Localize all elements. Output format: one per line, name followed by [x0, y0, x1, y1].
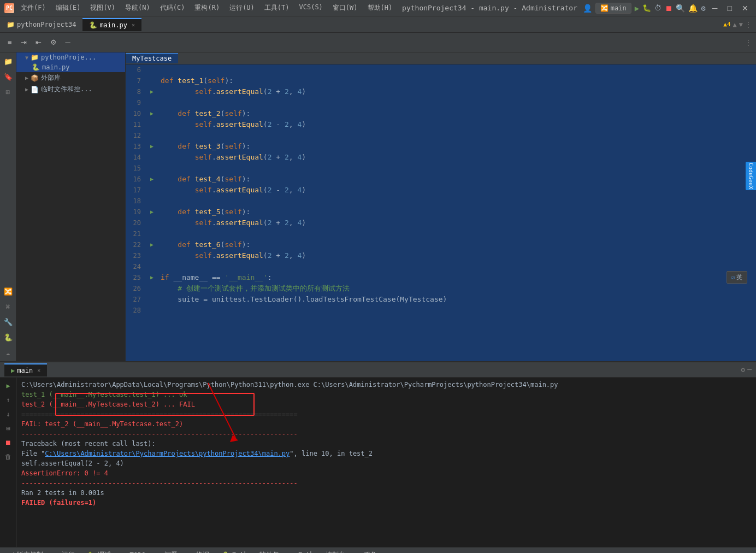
collapse-run-icon[interactable]: ─	[747, 366, 752, 374]
terminal-label: 终端	[196, 550, 209, 553]
test1-result: test_1 (__main__.MyTestcase.test_1) ... …	[21, 390, 752, 399]
code-line-26: 26 # 创建一个测试套件，并添加测试类中的所有测试方法	[126, 283, 756, 294]
cmd-line: C:\Users\Administrator\AppData\Local\Pro…	[21, 380, 752, 390]
menu-help[interactable]: 帮助(H)	[363, 2, 397, 14]
git-icon-btn[interactable]: 🔀	[2, 285, 15, 298]
menu-tools[interactable]: 工具(T)	[260, 2, 294, 14]
tool-icon-btn[interactable]: 🔧	[2, 315, 15, 328]
problems-btn[interactable]: ⚠ 问题	[155, 549, 180, 553]
code-line-16: 16 ▶ def test_4(self):	[126, 174, 756, 185]
main-py-tab[interactable]: 🐍 main.py ✕	[82, 18, 141, 31]
menu-view[interactable]: 视图(V)	[86, 2, 120, 14]
menu-window[interactable]: 窗口(W)	[328, 2, 362, 14]
dashes2: ----------------------------------------…	[21, 478, 752, 488]
menu-file[interactable]: 文件(F)	[16, 2, 50, 14]
outdent-btn[interactable]: ⇤	[32, 37, 45, 48]
branch-selector[interactable]: 🔀 main	[595, 3, 631, 14]
search-icon[interactable]: 🔍	[676, 4, 685, 13]
more-options-icon[interactable]: ⋮	[745, 21, 752, 28]
todo-btn[interactable]: ☑ TODO	[121, 550, 149, 554]
close-button[interactable]: ✕	[739, 4, 752, 13]
filter-btn[interactable]: ⊞	[2, 422, 14, 434]
python-pkg-label: Python 软件包	[232, 550, 280, 553]
terminal-icon-btn[interactable]: ⌘	[2, 300, 15, 313]
expand-icon[interactable]: ▲	[733, 21, 737, 28]
run-tab[interactable]: ▶ main ✕	[4, 363, 47, 376]
python-console-btn[interactable]: ⌘ Python 控制台	[289, 549, 349, 553]
gutter-25: ▶	[145, 272, 158, 283]
version-control-label: 版本控制	[17, 550, 43, 553]
line-num-24: 24	[126, 261, 145, 272]
terminal-action-btn[interactable]: ⌨ 终端	[187, 549, 212, 553]
stop-button[interactable]: ⏹	[665, 4, 672, 13]
settings-icon[interactable]: ⚙	[701, 4, 705, 13]
rerun-btn[interactable]: ▶	[2, 380, 14, 392]
user-icon[interactable]: 👤	[583, 4, 592, 13]
project-tab-label: pythonProject34	[17, 21, 76, 28]
file-link[interactable]: C:\Users\Administrator\PycharmProjects\p…	[45, 450, 290, 457]
menu-nav[interactable]: 导航(N)	[121, 2, 155, 14]
sidebar-main-py[interactable]: 🐍 main.py	[16, 62, 125, 72]
project-icon-btn[interactable]: 📁	[2, 55, 15, 68]
todo-icon: ☑	[124, 551, 128, 554]
fail-label: FAIL: test_2 (__main__.MyTestcase.test_2…	[21, 419, 752, 429]
run-arrow-22[interactable]: ▶	[150, 239, 153, 250]
menu-refactor[interactable]: 重构(R)	[190, 2, 224, 14]
run-arrow-25[interactable]: ▶	[150, 272, 153, 283]
code-line-27: 27 suite = unittest.TestLoader().loadTes…	[126, 294, 756, 305]
separator1: ========================================…	[21, 409, 752, 419]
menu-vcs[interactable]: VCS(S)	[295, 2, 327, 14]
run-arrow-10[interactable]: ▶	[150, 108, 153, 119]
editor-file-tab[interactable]: MyTestcase	[126, 53, 178, 63]
services-btn[interactable]: ☁ 服务	[355, 549, 380, 553]
run-arrow-13[interactable]: ▶	[150, 141, 153, 152]
codegeeX-badge[interactable]: CodeGeeX	[746, 162, 756, 190]
python-icon-btn[interactable]: 🐍	[2, 331, 15, 344]
run-tab-close[interactable]: ✕	[37, 367, 40, 373]
scroll-down-btn[interactable]: ↓	[2, 408, 14, 420]
run-arrow-19[interactable]: ▶	[150, 207, 153, 217]
profile-button[interactable]: ⏱	[654, 4, 662, 12]
minus-btn[interactable]: ─	[62, 37, 74, 48]
sidebar-external-libs[interactable]: ▶ 📦 外部库	[16, 72, 125, 84]
minimize-button[interactable]: ─	[709, 4, 721, 13]
run-output[interactable]: C:\Users\Administrator\AppData\Local\Pro…	[17, 378, 756, 547]
code-line-6: 6	[126, 64, 756, 75]
trash-btn[interactable]: 🗑	[2, 451, 14, 463]
settings-run-icon[interactable]: ⚙	[741, 366, 745, 374]
python-packages-btn[interactable]: 🐍 Python 软件包	[219, 549, 283, 553]
menu-code[interactable]: 代码(C)	[156, 2, 190, 14]
en-badge[interactable]: ☑ 英	[727, 271, 747, 284]
more-options-toolbar[interactable]: ⋮	[745, 39, 752, 46]
sidebar-project-root[interactable]: ▼ 📁 pythonProje...	[16, 52, 125, 62]
tab-close-icon[interactable]: ✕	[132, 22, 135, 28]
run-arrow-8[interactable]: ▶	[150, 86, 153, 97]
version-control-btn[interactable]: ⎇ 版本控制	[4, 549, 46, 553]
scroll-up-btn[interactable]: ↑	[2, 394, 14, 406]
debug-action-btn[interactable]: 🐛 调试	[85, 549, 114, 553]
settings-btn[interactable]: ⚙	[47, 37, 60, 48]
code-line-18: 18	[126, 196, 756, 207]
back-btn[interactable]: ≡	[4, 37, 15, 48]
run-action-btn[interactable]: ▶ 运行	[53, 549, 78, 553]
run-tab-label: main	[17, 367, 33, 374]
indent-btn[interactable]: ⇥	[17, 37, 30, 48]
debug-button[interactable]: 🐛	[642, 4, 651, 12]
bookmark-icon-btn[interactable]: 🔖	[2, 70, 15, 83]
stop-run-btn[interactable]: ⏹	[2, 437, 14, 449]
menu-run[interactable]: 运行(U)	[225, 2, 259, 14]
run-button[interactable]: ▶	[635, 4, 639, 13]
notification-icon[interactable]: 🔔	[688, 4, 698, 13]
structure-icon-btn[interactable]: ⊞	[2, 85, 15, 98]
run-arrow-16[interactable]: ▶	[150, 174, 153, 185]
project-tab[interactable]: 📁 pythonProject34	[0, 19, 82, 31]
sidebar-temp-files[interactable]: ▶ 📄 临时文件和控...	[16, 84, 125, 95]
editor-content[interactable]: 6 7 def test_1(self): 8 ▶ self.assertEqu…	[126, 64, 756, 361]
collapse-icon[interactable]: ▼	[739, 21, 743, 28]
maximize-button[interactable]: □	[724, 4, 735, 13]
service-icon-btn[interactable]: ☁	[2, 346, 15, 359]
line-num-17: 17	[126, 185, 145, 196]
code-line-15: 15	[126, 163, 756, 174]
editor-area[interactable]: MyTestcase 6 7 def test_1(self): 8 ▶ sel…	[126, 52, 756, 361]
menu-edit[interactable]: 编辑(E)	[51, 2, 85, 14]
